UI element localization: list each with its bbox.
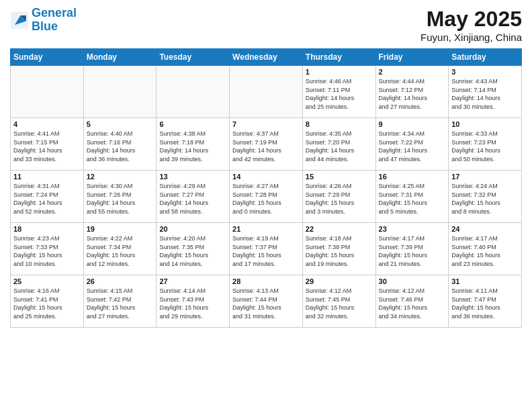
calendar-cell bbox=[157, 66, 230, 118]
day-number: 5 bbox=[87, 120, 154, 128]
day-info: Sunrise: 4:20 AM Sunset: 7:35 PM Dayligh… bbox=[159, 234, 226, 268]
day-info: Sunrise: 4:35 AM Sunset: 7:20 PM Dayligh… bbox=[306, 130, 373, 163]
day-info: Sunrise: 4:18 AM Sunset: 7:38 PM Dayligh… bbox=[306, 234, 373, 268]
day-number: 25 bbox=[13, 277, 81, 285]
subtitle: Fuyun, Xinjiang, China bbox=[420, 32, 522, 43]
day-number: 8 bbox=[306, 120, 373, 128]
weekday-header-friday: Friday bbox=[375, 49, 449, 66]
day-info: Sunrise: 4:29 AM Sunset: 7:27 PM Dayligh… bbox=[159, 182, 226, 216]
calendar-cell: 5Sunrise: 4:40 AM Sunset: 7:16 PM Daylig… bbox=[83, 118, 157, 171]
weekday-header-saturday: Saturday bbox=[449, 49, 522, 66]
calendar-cell: 18Sunrise: 4:23 AM Sunset: 7:33 PM Dayli… bbox=[11, 223, 84, 275]
day-info: Sunrise: 4:27 AM Sunset: 7:28 PM Dayligh… bbox=[232, 182, 300, 216]
calendar-cell: 27Sunrise: 4:14 AM Sunset: 7:43 PM Dayli… bbox=[157, 275, 230, 328]
day-number: 29 bbox=[306, 277, 373, 285]
calendar-cell: 9Sunrise: 4:34 AM Sunset: 7:22 PM Daylig… bbox=[375, 118, 449, 171]
day-info: Sunrise: 4:30 AM Sunset: 7:26 PM Dayligh… bbox=[87, 182, 154, 216]
weekday-header-row: SundayMondayTuesdayWednesdayThursdayFrid… bbox=[11, 49, 522, 66]
day-number: 4 bbox=[13, 120, 81, 128]
day-number: 31 bbox=[451, 277, 519, 285]
calendar-cell: 16Sunrise: 4:25 AM Sunset: 7:31 PM Dayli… bbox=[375, 171, 449, 223]
day-info: Sunrise: 4:12 AM Sunset: 7:45 PM Dayligh… bbox=[306, 287, 373, 320]
calendar-cell: 13Sunrise: 4:29 AM Sunset: 7:27 PM Dayli… bbox=[157, 171, 230, 223]
calendar-cell: 28Sunrise: 4:13 AM Sunset: 7:44 PM Dayli… bbox=[230, 275, 303, 328]
day-info: Sunrise: 4:38 AM Sunset: 7:18 PM Dayligh… bbox=[159, 130, 226, 163]
calendar-cell: 30Sunrise: 4:12 AM Sunset: 7:46 PM Dayli… bbox=[375, 275, 449, 328]
calendar-cell: 29Sunrise: 4:12 AM Sunset: 7:45 PM Dayli… bbox=[302, 275, 375, 328]
day-number: 16 bbox=[379, 173, 446, 181]
calendar-cell: 31Sunrise: 4:11 AM Sunset: 7:47 PM Dayli… bbox=[449, 275, 522, 328]
day-info: Sunrise: 4:46 AM Sunset: 7:11 PM Dayligh… bbox=[306, 77, 373, 111]
day-number: 28 bbox=[232, 277, 300, 285]
day-number: 3 bbox=[451, 68, 519, 76]
day-number: 30 bbox=[379, 277, 446, 285]
day-info: Sunrise: 4:16 AM Sunset: 7:41 PM Dayligh… bbox=[13, 287, 81, 320]
calendar-cell: 22Sunrise: 4:18 AM Sunset: 7:38 PM Dayli… bbox=[302, 223, 375, 275]
day-info: Sunrise: 4:26 AM Sunset: 7:29 PM Dayligh… bbox=[306, 182, 373, 216]
week-row-0: 1Sunrise: 4:46 AM Sunset: 7:11 PM Daylig… bbox=[11, 66, 522, 118]
calendar-cell: 20Sunrise: 4:20 AM Sunset: 7:35 PM Dayli… bbox=[157, 223, 230, 275]
week-row-4: 25Sunrise: 4:16 AM Sunset: 7:41 PM Dayli… bbox=[11, 275, 522, 328]
day-info: Sunrise: 4:41 AM Sunset: 7:15 PM Dayligh… bbox=[13, 130, 81, 163]
calendar-cell: 24Sunrise: 4:17 AM Sunset: 7:40 PM Dayli… bbox=[449, 223, 522, 275]
day-info: Sunrise: 4:17 AM Sunset: 7:40 PM Dayligh… bbox=[451, 234, 519, 268]
calendar-cell bbox=[230, 66, 303, 118]
day-info: Sunrise: 4:19 AM Sunset: 7:37 PM Dayligh… bbox=[232, 234, 300, 268]
calendar-cell: 23Sunrise: 4:17 AM Sunset: 7:39 PM Dayli… bbox=[375, 223, 449, 275]
day-info: Sunrise: 4:33 AM Sunset: 7:23 PM Dayligh… bbox=[451, 130, 519, 163]
day-number: 11 bbox=[13, 173, 81, 181]
calendar-cell: 21Sunrise: 4:19 AM Sunset: 7:37 PM Dayli… bbox=[230, 223, 303, 275]
calendar-cell: 12Sunrise: 4:30 AM Sunset: 7:26 PM Dayli… bbox=[83, 171, 157, 223]
day-number: 2 bbox=[379, 68, 446, 76]
day-number: 14 bbox=[232, 173, 300, 181]
day-info: Sunrise: 4:23 AM Sunset: 7:33 PM Dayligh… bbox=[13, 234, 81, 268]
day-info: Sunrise: 4:40 AM Sunset: 7:16 PM Dayligh… bbox=[87, 130, 154, 163]
day-info: Sunrise: 4:14 AM Sunset: 7:43 PM Dayligh… bbox=[159, 287, 226, 320]
day-number: 1 bbox=[306, 68, 373, 76]
weekday-header-wednesday: Wednesday bbox=[230, 49, 303, 66]
calendar: SundayMondayTuesdayWednesdayThursdayFrid… bbox=[10, 48, 522, 328]
calendar-cell: 19Sunrise: 4:22 AM Sunset: 7:34 PM Dayli… bbox=[83, 223, 157, 275]
day-info: Sunrise: 4:31 AM Sunset: 7:24 PM Dayligh… bbox=[13, 182, 81, 216]
day-info: Sunrise: 4:43 AM Sunset: 7:14 PM Dayligh… bbox=[451, 77, 519, 111]
day-number: 7 bbox=[232, 120, 300, 128]
day-number: 20 bbox=[159, 225, 226, 233]
day-number: 26 bbox=[87, 277, 154, 285]
day-number: 22 bbox=[306, 225, 373, 233]
header: General Blue May 2025 Fuyun, Xinjiang, C… bbox=[10, 7, 522, 43]
day-info: Sunrise: 4:15 AM Sunset: 7:42 PM Dayligh… bbox=[87, 287, 154, 320]
calendar-cell: 25Sunrise: 4:16 AM Sunset: 7:41 PM Dayli… bbox=[11, 275, 84, 328]
day-info: Sunrise: 4:44 AM Sunset: 7:12 PM Dayligh… bbox=[379, 77, 446, 111]
day-number: 15 bbox=[306, 173, 373, 181]
page: General Blue May 2025 Fuyun, Xinjiang, C… bbox=[0, 0, 532, 411]
calendar-cell: 17Sunrise: 4:24 AM Sunset: 7:32 PM Dayli… bbox=[449, 171, 522, 223]
main-title: May 2025 bbox=[420, 7, 522, 32]
logo-icon bbox=[10, 11, 29, 30]
week-row-2: 11Sunrise: 4:31 AM Sunset: 7:24 PM Dayli… bbox=[11, 171, 522, 223]
calendar-cell bbox=[11, 66, 84, 118]
week-row-3: 18Sunrise: 4:23 AM Sunset: 7:33 PM Dayli… bbox=[11, 223, 522, 275]
day-number: 21 bbox=[232, 225, 300, 233]
calendar-cell: 11Sunrise: 4:31 AM Sunset: 7:24 PM Dayli… bbox=[11, 171, 84, 223]
day-number: 9 bbox=[379, 120, 446, 128]
day-number: 19 bbox=[87, 225, 154, 233]
day-info: Sunrise: 4:34 AM Sunset: 7:22 PM Dayligh… bbox=[379, 130, 446, 163]
day-number: 18 bbox=[13, 225, 81, 233]
calendar-cell: 3Sunrise: 4:43 AM Sunset: 7:14 PM Daylig… bbox=[449, 66, 522, 118]
logo-text-line2: Blue bbox=[32, 20, 77, 34]
day-number: 27 bbox=[159, 277, 226, 285]
day-number: 12 bbox=[87, 173, 154, 181]
calendar-cell: 4Sunrise: 4:41 AM Sunset: 7:15 PM Daylig… bbox=[11, 118, 84, 171]
weekday-header-thursday: Thursday bbox=[302, 49, 375, 66]
day-info: Sunrise: 4:22 AM Sunset: 7:34 PM Dayligh… bbox=[87, 234, 154, 268]
logo-text-line1: General bbox=[32, 7, 77, 20]
calendar-cell: 14Sunrise: 4:27 AM Sunset: 7:28 PM Dayli… bbox=[230, 171, 303, 223]
day-number: 13 bbox=[159, 173, 226, 181]
day-info: Sunrise: 4:24 AM Sunset: 7:32 PM Dayligh… bbox=[451, 182, 519, 216]
weekday-header-tuesday: Tuesday bbox=[157, 49, 230, 66]
calendar-cell: 7Sunrise: 4:37 AM Sunset: 7:19 PM Daylig… bbox=[230, 118, 303, 171]
weekday-header-monday: Monday bbox=[83, 49, 157, 66]
day-number: 24 bbox=[451, 225, 519, 233]
day-info: Sunrise: 4:13 AM Sunset: 7:44 PM Dayligh… bbox=[232, 287, 300, 320]
calendar-cell: 6Sunrise: 4:38 AM Sunset: 7:18 PM Daylig… bbox=[157, 118, 230, 171]
